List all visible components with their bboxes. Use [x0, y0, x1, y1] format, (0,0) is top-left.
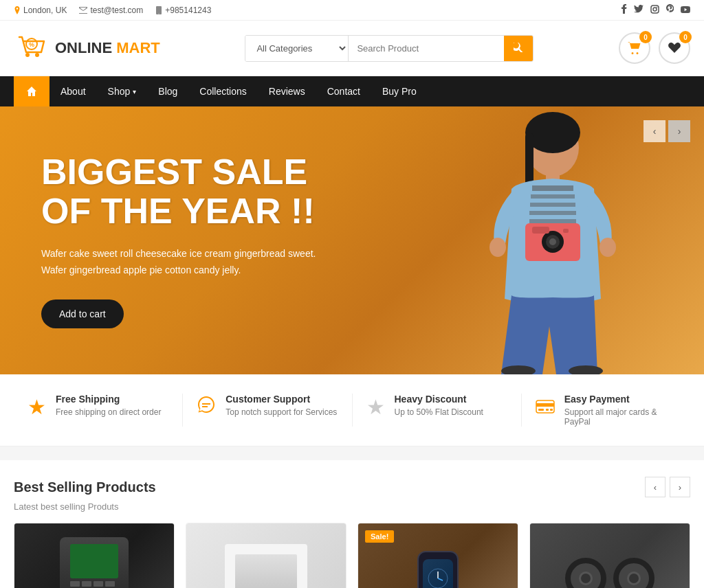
logo-text: ONLINE MART: [55, 39, 160, 57]
instagram-link[interactable]: [650, 5, 659, 16]
section-header: Best Selling Products ‹ ›: [14, 477, 690, 497]
instagram-icon: [650, 5, 659, 14]
navigation: About Shop ▾ Blog Collections Reviews Co…: [0, 76, 704, 106]
wishlist-button[interactable]: 0: [659, 32, 690, 64]
svg-rect-31: [546, 409, 549, 411]
shop-dropdown-icon: ▾: [133, 88, 136, 95]
cart-icon: [628, 42, 641, 54]
feature-free-shipping: ★ Free Shipping Free shipping on direct …: [14, 394, 183, 427]
cart-button[interactable]: 0: [619, 32, 650, 64]
wheel-1: [565, 558, 606, 588]
features-section: ★ Free Shipping Free shipping on direct …: [0, 374, 704, 446]
logo[interactable]: % ONLINE MART: [14, 30, 160, 66]
product-card-2[interactable]: [186, 523, 346, 588]
wheel-inner-2: [627, 572, 641, 585]
feature-easy-payment: Easy Payment Support all major cards & P…: [522, 394, 690, 427]
easy-payment-icon: [536, 395, 555, 418]
product-card-4[interactable]: [529, 523, 690, 588]
location-text: London, UK: [23, 5, 67, 15]
header-icons: 0 0: [619, 32, 690, 64]
phone-info: +985141243: [155, 5, 211, 15]
product-card-1[interactable]: [14, 523, 175, 588]
email-icon: [79, 7, 87, 14]
search-input[interactable]: [349, 36, 504, 60]
youtube-link[interactable]: [681, 5, 690, 15]
wheel-2: [613, 558, 654, 588]
svg-rect-32: [550, 409, 553, 411]
feature-heavy-discount: ★ Heavy Discount Up to 50% Flat Discount: [353, 394, 522, 427]
product-image-3: Sale!: [358, 523, 518, 588]
nav-shop[interactable]: Shop ▾: [97, 76, 148, 106]
search-button[interactable]: [504, 36, 533, 61]
nav-reviews[interactable]: Reviews: [258, 76, 316, 106]
svg-rect-0: [651, 5, 659, 13]
category-select[interactable]: All Categories Electronics Fashion Home …: [245, 36, 349, 61]
location-info: London, UK: [14, 5, 67, 15]
nav-collections[interactable]: Collections: [188, 76, 257, 106]
twitter-link[interactable]: [634, 5, 644, 15]
wheel-inner-1: [579, 572, 593, 585]
social-links: [622, 4, 690, 16]
svg-point-1: [653, 8, 657, 11]
customer-support-desc: Top notch support for Services: [226, 407, 337, 417]
free-shipping-title: Free Shipping: [56, 394, 161, 405]
panel-inner: [235, 554, 297, 588]
wishlist-badge: 0: [679, 31, 692, 43]
watch-product: [417, 551, 459, 588]
email-text: test@test.com: [90, 5, 143, 15]
svg-rect-30: [538, 409, 544, 411]
svg-text:%: %: [29, 41, 34, 48]
sale-badge-3: Sale!: [365, 530, 394, 543]
hero-title: BIGGEST SALE OF THE YEAR !!: [41, 152, 663, 231]
product-card-3[interactable]: Sale!: [358, 523, 518, 588]
header: % ONLINE MART All Categories Electronics…: [0, 21, 704, 76]
products-next-button[interactable]: ›: [670, 477, 690, 497]
logo-mart: MART: [116, 39, 160, 56]
nav-home[interactable]: [14, 76, 50, 106]
pos-keys: [70, 581, 118, 588]
watch-face: [428, 568, 448, 588]
nav-buy-pro[interactable]: Buy Pro: [371, 76, 428, 106]
pinterest-link[interactable]: [666, 4, 674, 16]
youtube-icon: [681, 6, 690, 13]
pinterest-icon: [666, 4, 674, 14]
customer-support-icon: [197, 395, 216, 419]
section-title: Best Selling Products: [14, 479, 156, 495]
location-icon: [14, 6, 21, 14]
product-image-4: [530, 523, 690, 588]
heavy-discount-title: Heavy Discount: [395, 394, 483, 405]
section-navigation: ‹ ›: [645, 477, 690, 497]
panel-product: [225, 544, 307, 588]
easy-payment-title: Easy Payment: [564, 394, 676, 405]
facebook-link[interactable]: [622, 4, 627, 16]
free-shipping-icon: ★: [28, 395, 46, 419]
svg-point-5: [35, 53, 39, 57]
easy-payment-desc: Support all major cards & PayPal: [564, 407, 676, 427]
email-info: test@test.com: [79, 5, 143, 15]
hero-cta-button[interactable]: Add to cart: [41, 299, 124, 328]
svg-point-4: [25, 53, 30, 57]
nav-blog[interactable]: Blog: [147, 76, 188, 106]
nav-about[interactable]: About: [50, 76, 97, 106]
customer-support-title: Customer Support: [226, 394, 337, 405]
product-grid: Sale!: [14, 523, 690, 588]
svg-point-3: [14, 30, 50, 66]
top-bar-left: London, UK test@test.com +985141243: [14, 5, 211, 15]
chat-icon: [197, 395, 216, 414]
phone-icon: [155, 6, 162, 14]
svg-line-35: [438, 578, 443, 580]
hero-banner: BIGGEST SALE OF THE YEAR !! Wafer cake s…: [0, 106, 704, 374]
logo-cart-icon: %: [14, 30, 50, 66]
hero-content: BIGGEST SALE OF THE YEAR !! Wafer cake s…: [0, 118, 704, 363]
nav-contact[interactable]: Contact: [316, 76, 371, 106]
logo-online: ONLINE: [55, 39, 112, 56]
top-bar: London, UK test@test.com +985141243: [0, 0, 704, 21]
search-icon: [514, 43, 523, 52]
products-prev-button[interactable]: ‹: [645, 477, 666, 497]
facebook-icon: [622, 4, 627, 14]
feature-customer-support: Customer Support Top notch support for S…: [183, 394, 352, 427]
heavy-discount-desc: Up to 50% Flat Discount: [395, 407, 483, 417]
section-subtitle: Latest best selling Produts: [14, 501, 690, 512]
credit-card-icon: [536, 400, 555, 414]
phone-text: +985141243: [165, 5, 211, 15]
